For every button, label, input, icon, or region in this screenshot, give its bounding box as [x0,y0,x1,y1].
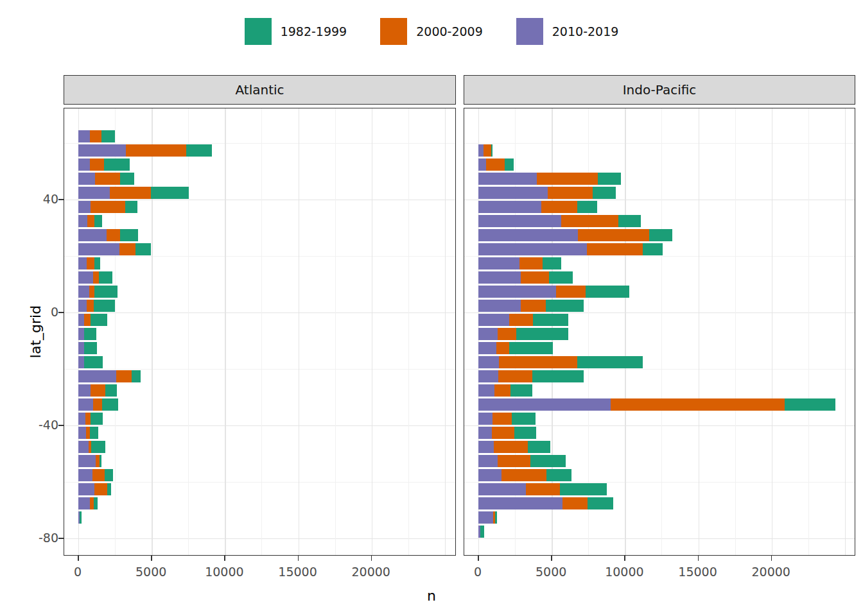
bar-segment-2010-2019 [478,384,494,397]
bar-segment-2010-2019 [478,201,541,213]
bar-segment-1982-1999 [80,511,81,524]
x-tick-mark [371,556,372,561]
bar-segment-1982-1999 [491,144,493,157]
bar-segment-1982-1999 [505,158,513,171]
legend-swatch-icon [516,18,543,45]
x-tick-mark [151,556,152,561]
x-tick-label: 10000 [205,565,243,579]
x-tick-mark [624,556,625,561]
bar-segment-2000-2009 [541,201,577,213]
bar-segment-2010-2019 [478,187,548,199]
bar-segment-2000-2009 [484,144,491,157]
bar-segment-2000-2009 [494,441,528,453]
bar-segment-2010-2019 [478,215,561,227]
bar-segment-1982-1999 [120,229,138,241]
bar-segment-2010-2019 [78,413,85,425]
bar-segment-1982-1999 [495,511,497,524]
bar-segment-1982-1999 [120,173,134,185]
bar-segment-2010-2019 [478,413,493,425]
bar-segment-2010-2019 [478,469,501,481]
x-minor-gridline [808,108,809,555]
bar-segment-2000-2009 [556,286,586,298]
x-tick-label: 0 [474,565,482,579]
bar-segment-2000-2009 [90,158,104,171]
legend-label: 1982-1999 [281,24,347,38]
bar-segment-2010-2019 [478,398,611,411]
legend-item-2010-2019: 2010-2019 [516,18,619,45]
y-tick-mark [58,425,64,426]
bar-segment-1982-1999 [549,271,573,284]
bar-segment-1982-1999 [528,441,550,453]
bar-segment-2010-2019 [478,356,499,368]
bar-segment-2010-2019 [78,328,84,340]
y-tick-mark [58,199,64,200]
bar-segment-2010-2019 [78,229,107,241]
x-minor-gridline [735,108,736,555]
x-major-gridline [372,108,372,555]
y-tick-mark [58,312,64,313]
x-minor-gridline [661,108,662,555]
bar-segment-1982-1999 [104,158,130,171]
bar-segment-2010-2019 [78,215,87,227]
bar-segment-1982-1999 [532,370,583,382]
y-major-gridline [464,538,855,539]
bar-segment-2000-2009 [499,356,577,368]
bar-segment-2000-2009 [119,243,135,255]
bar-segment-1982-1999 [135,243,151,255]
bar-segment-2010-2019 [78,427,86,439]
bar-segment-2000-2009 [89,286,94,298]
bar-segment-2010-2019 [478,257,519,270]
bar-segment-1982-1999 [546,300,584,312]
y-major-gridline [64,538,455,539]
bar-segment-1982-1999 [84,342,97,354]
bar-segment-2000-2009 [84,314,91,326]
bar-segment-1982-1999 [105,469,113,481]
x-major-gridline [845,108,846,555]
bar-segment-1982-1999 [99,271,112,284]
bar-segment-2010-2019 [478,243,587,255]
x-tick-label: 20000 [352,565,390,579]
bar-segment-2010-2019 [78,314,84,326]
x-tick-mark [771,556,772,561]
bar-segment-2010-2019 [478,300,521,312]
bar-segment-2000-2009 [548,187,592,199]
bar-segment-2010-2019 [78,187,110,199]
bar-segment-2000-2009 [492,427,514,439]
bar-segment-2000-2009 [94,483,107,495]
bar-segment-2000-2009 [116,370,132,382]
y-minor-gridline [64,256,455,257]
bar-segment-2010-2019 [78,441,89,453]
bar-segment-1982-1999 [543,257,561,270]
x-tick-mark [698,556,699,561]
bar-segment-2000-2009 [521,271,549,284]
facet-strip-label: Atlantic [235,82,284,98]
bar-segment-1982-1999 [90,427,98,439]
bar-segment-2000-2009 [87,257,94,270]
bar-segment-2010-2019 [478,173,537,185]
bar-segment-2000-2009 [96,455,100,467]
y-major-gridline [64,312,455,313]
bar-segment-2010-2019 [78,370,116,382]
bar-segment-1982-1999 [100,455,101,467]
bar-segment-2010-2019 [78,384,91,397]
bar-segment-2010-2019 [78,469,92,481]
x-tick-label: 20000 [752,565,790,579]
x-tick-label: 5000 [536,565,566,579]
bar-segment-1982-1999 [593,187,616,199]
bar-segment-2000-2009 [493,413,512,425]
bar-segment-2010-2019 [78,173,95,185]
y-tick-mark [58,538,64,539]
bar-segment-2000-2009 [90,130,101,142]
bar-segment-2010-2019 [78,300,87,312]
bar-segment-2000-2009 [526,483,560,495]
bar-segment-2000-2009 [501,469,546,481]
bar-segment-2000-2009 [562,497,588,509]
bar-segment-2010-2019 [78,483,94,495]
bar-segment-1982-1999 [588,497,613,509]
bar-segment-2000-2009 [91,201,125,213]
x-minor-gridline [335,108,336,555]
bar-segment-2010-2019 [478,229,578,241]
facet-strip-indo-pacific: Indo-Pacific [464,75,855,105]
bar-segment-2000-2009 [578,229,649,241]
bar-segment-2000-2009 [107,229,120,241]
